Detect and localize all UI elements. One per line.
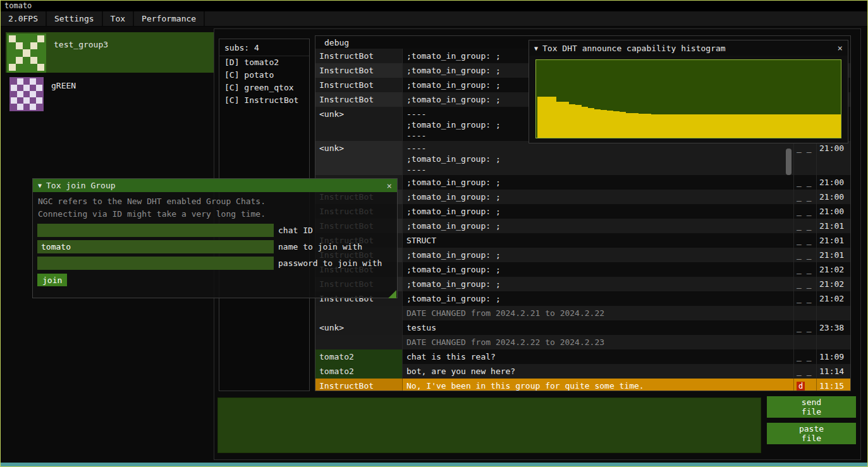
- join-description-line: Connecting via ID might take a very long…: [38, 209, 266, 219]
- histogram-window-title: Tox DHT announce capability histogram: [542, 44, 831, 53]
- chat-id-label: chat ID: [278, 226, 313, 235]
- sender-name: [315, 335, 403, 349]
- histogram-bar: [569, 104, 575, 138]
- histogram-bar: [594, 109, 601, 138]
- sender-name: <unk>: [315, 320, 403, 335]
- delivery-checks: _ _: [793, 349, 816, 364]
- join-name-input[interactable]: [37, 240, 274, 253]
- delivery-checks: [793, 335, 816, 349]
- window-resize-bar[interactable]: [1, 463, 867, 466]
- histogram-bar: [556, 102, 563, 138]
- timestamp: 21:00: [816, 175, 850, 190]
- sender-name: <unk>: [315, 107, 403, 141]
- histogram-bar: [834, 114, 841, 138]
- histogram-bar: [626, 113, 632, 138]
- join-button[interactable]: join: [37, 274, 67, 286]
- timestamp: 21:02: [816, 277, 850, 291]
- menu-item-performance[interactable]: Performance: [134, 11, 205, 26]
- collapse-arrow-icon[interactable]: ▼: [534, 45, 538, 52]
- app-window: tomato 2.0FPS Settings Tox Performance t…: [0, 0, 868, 467]
- delivery-checks: _ _: [793, 291, 816, 306]
- histogram-bar: [708, 114, 714, 138]
- histogram-bar: [550, 97, 556, 138]
- chat-message-row: <unk>testus_ _23:38: [315, 320, 850, 335]
- delivery-checks: _ _: [793, 277, 816, 291]
- message-text: ----;tomato_in_group: ;----: [403, 141, 793, 175]
- histogram-window-titlebar[interactable]: ▼ Tox DHT announce capability histogram …: [529, 40, 848, 56]
- timestamp: 23:38: [816, 320, 850, 335]
- group-avatar: [7, 33, 46, 73]
- message-text: ;tomato_in_group: ;: [403, 248, 793, 262]
- collapse-arrow-icon[interactable]: ▼: [38, 182, 42, 189]
- message-text: chat is this real?: [403, 349, 793, 364]
- paste-file-button[interactable]: paste file: [767, 423, 856, 444]
- delivery-checks: _ _: [793, 204, 816, 219]
- chat-id-input[interactable]: [37, 224, 274, 237]
- delivery-checks: _ _: [793, 190, 816, 204]
- join-name-label: name to join with: [278, 242, 362, 252]
- histogram-bar: [714, 114, 721, 138]
- chat-message-row: InstructBotNo, I've been in this group f…: [315, 379, 850, 391]
- timestamp: [816, 306, 850, 320]
- delivery-checks: _ _: [793, 364, 816, 379]
- chat-debug-header[interactable]: debug: [324, 38, 349, 47]
- message-text: ;tomato_in_group: ;: [403, 219, 793, 233]
- timestamp: 21:00: [816, 204, 850, 219]
- histogram-bar: [746, 114, 752, 138]
- histogram-bar: [822, 114, 828, 138]
- join-password-input[interactable]: [37, 257, 274, 270]
- close-icon[interactable]: ×: [381, 181, 392, 191]
- histogram-bar: [537, 97, 544, 138]
- chat-date-row: DATE CHANGED from 2024.2.21 to 2024.2.22: [315, 306, 850, 320]
- timestamp: 21:01: [816, 219, 850, 233]
- send-file-button[interactable]: send file: [767, 396, 856, 418]
- window-titlebar[interactable]: tomato: [1, 1, 867, 11]
- chat-scrollbar[interactable]: [786, 149, 792, 175]
- resize-grip[interactable]: [388, 290, 396, 298]
- dht-histogram-window: ▼ Tox DHT announce capability histogram …: [529, 40, 848, 143]
- delivery-checks: _ _: [793, 248, 816, 262]
- histogram-bar: [759, 114, 765, 138]
- message-text: testus: [403, 320, 793, 335]
- sender-name: InstructBot: [315, 78, 403, 92]
- histogram-bar: [695, 114, 702, 138]
- subs-member[interactable]: [D] tomato2: [219, 56, 309, 69]
- histogram-bar: [588, 108, 594, 138]
- delivery-checks: _ _: [793, 233, 816, 248]
- timestamp: 21:01: [816, 233, 850, 248]
- chat-message-row: tomato2chat is this real?_ _11:09: [315, 349, 850, 364]
- histogram-bar: [683, 114, 689, 138]
- histogram-bar: [816, 114, 822, 138]
- group-item-test_group3[interactable]: test_group3: [6, 32, 214, 73]
- menu-bar: 2.0FPS Settings Tox Performance: [1, 11, 867, 27]
- delivery-checks: _ _: [793, 141, 816, 175]
- message-text: ;tomato_in_group: ;: [403, 277, 793, 291]
- histogram-bar: [613, 111, 620, 138]
- message-text: ;tomato_in_group: ;: [403, 291, 793, 306]
- menu-item-tox[interactable]: Tox: [103, 11, 134, 26]
- delivery-checks: _ _: [793, 320, 816, 335]
- histogram-bar: [784, 114, 790, 138]
- group-item-gREEN[interactable]: gREEN: [6, 76, 214, 114]
- message-text: bot, are you new here?: [403, 364, 793, 379]
- join-group-window: ▼ Tox join Group × NGC refers to the New…: [32, 178, 398, 298]
- message-text: No, I've been in this group for quite so…: [403, 379, 793, 391]
- subs-member[interactable]: [C] InstructBot: [219, 94, 309, 107]
- chat-message-row: <unk>----;tomato_in_group: ;----_ _21:00: [315, 141, 850, 175]
- subs-member[interactable]: [C] green_qtox: [219, 82, 309, 94]
- histogram-bar: [790, 114, 797, 138]
- delivery-badge: d: [797, 382, 805, 391]
- close-icon[interactable]: ×: [831, 43, 843, 53]
- timestamp: 21:00: [816, 141, 850, 175]
- message-text: ;tomato_in_group: ;: [403, 204, 793, 219]
- join-window-titlebar[interactable]: ▼ Tox join Group ×: [33, 179, 397, 192]
- histogram-bar: [575, 105, 582, 138]
- window-title: tomato: [4, 1, 32, 10]
- group-avatar: [9, 77, 44, 111]
- menu-item-settings[interactable]: Settings: [47, 11, 103, 26]
- message-input[interactable]: [217, 397, 761, 453]
- histogram-bar: [803, 114, 809, 138]
- sender-name: InstructBot: [315, 49, 403, 63]
- subs-member[interactable]: [C] potato: [219, 69, 309, 82]
- chat-message-row: tomato2bot, are you new here?_ _11:14: [315, 364, 850, 379]
